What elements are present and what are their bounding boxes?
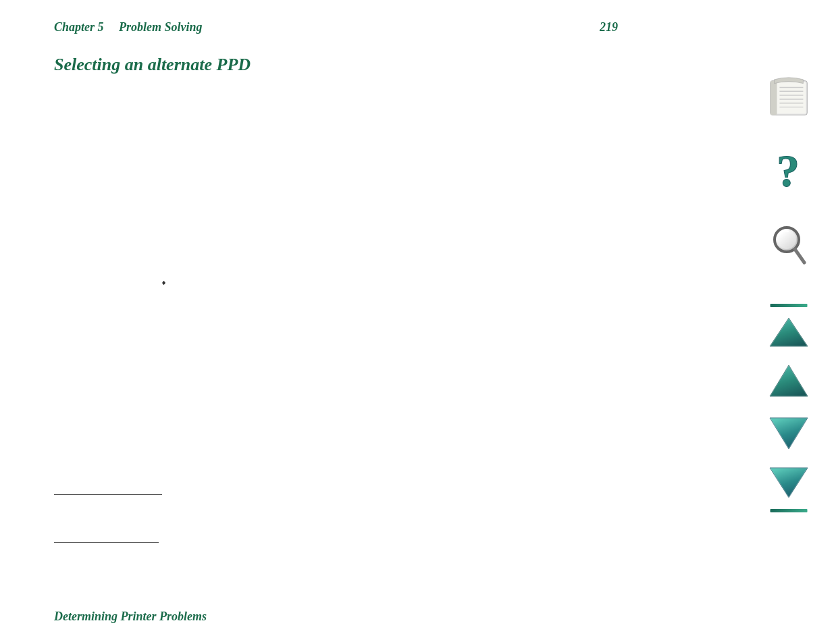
svg-text:?: ?: [777, 147, 800, 196]
chapter-label: Chapter 5: [54, 20, 104, 34]
chapter-info: Chapter 5 Problem Solving: [54, 20, 203, 34]
header-line: Chapter 5 Problem Solving 219: [54, 20, 699, 34]
svg-marker-17: [770, 418, 808, 449]
footnote-line-2: [54, 542, 159, 543]
svg-marker-13: [770, 318, 808, 346]
svg-line-12: [795, 249, 804, 263]
footnote-line-1: [54, 494, 162, 495]
footnote-section: [54, 494, 162, 556]
page-number: 219: [600, 20, 618, 34]
svg-marker-19: [770, 468, 808, 498]
chapter-title: Problem Solving: [119, 20, 203, 34]
book-icon[interactable]: [765, 74, 812, 122]
previous-page-icon[interactable]: [765, 361, 812, 400]
svg-marker-15: [770, 365, 808, 396]
sidebar-icons: ?: [763, 74, 814, 512]
first-page-icon[interactable]: [763, 304, 814, 348]
search-icon[interactable]: [765, 223, 812, 270]
svg-rect-2: [770, 81, 777, 115]
last-page-icon[interactable]: [763, 466, 814, 512]
nav-arrows: [763, 304, 814, 512]
section-title: Selecting an alternate PPD: [54, 55, 699, 75]
footer-title: Determining Printer Problems: [54, 610, 207, 624]
help-icon[interactable]: ?: [765, 149, 812, 196]
next-page-icon[interactable]: [765, 414, 812, 453]
